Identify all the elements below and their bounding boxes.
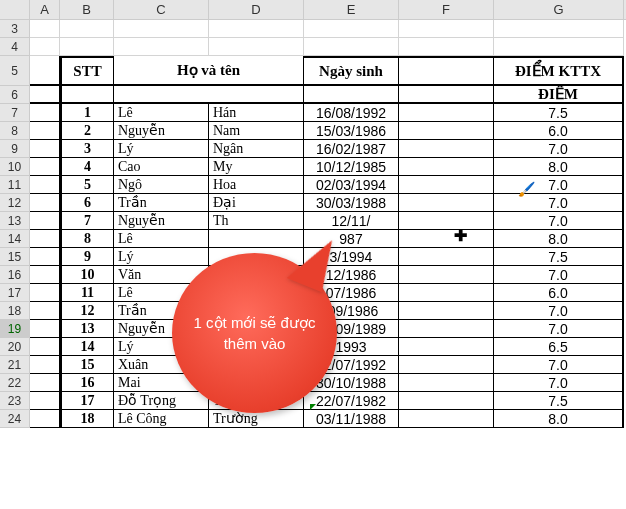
- cell-lastname[interactable]: Lê: [114, 104, 209, 122]
- col-header-A[interactable]: A: [30, 0, 60, 19]
- cell-firstname[interactable]: My: [209, 158, 304, 176]
- cell-score[interactable]: 7.0: [494, 374, 624, 392]
- header-blank[interactable]: [399, 56, 494, 86]
- cell-stt[interactable]: 17: [60, 392, 114, 410]
- cell[interactable]: [30, 338, 60, 356]
- cell[interactable]: [114, 38, 209, 56]
- cell-score[interactable]: 6.5: [494, 338, 624, 356]
- cell-stt[interactable]: 9: [60, 248, 114, 266]
- cell-stt[interactable]: 7: [60, 212, 114, 230]
- cell-blank[interactable]: [399, 194, 494, 212]
- cell[interactable]: [30, 158, 60, 176]
- cell[interactable]: [30, 410, 60, 428]
- cell-blank[interactable]: [399, 248, 494, 266]
- row-header-18[interactable]: 18: [0, 302, 30, 320]
- cell-firstname[interactable]: Nam: [209, 122, 304, 140]
- cell-score[interactable]: 7.0: [494, 176, 624, 194]
- cell[interactable]: [304, 20, 399, 38]
- cell[interactable]: [30, 194, 60, 212]
- cell-dob[interactable]: 16/02/1987: [304, 140, 399, 158]
- cell[interactable]: [60, 38, 114, 56]
- cell-blank[interactable]: [399, 374, 494, 392]
- cell[interactable]: [30, 122, 60, 140]
- col-header-C[interactable]: C: [114, 0, 209, 19]
- cell-dob[interactable]: 15/03/1986: [304, 122, 399, 140]
- col-header-B[interactable]: B: [60, 0, 114, 19]
- cell[interactable]: [60, 20, 114, 38]
- row-header-17[interactable]: 17: [0, 284, 30, 302]
- cell-stt[interactable]: 12: [60, 302, 114, 320]
- row-header-6[interactable]: 6: [0, 86, 30, 104]
- cell-blank[interactable]: [399, 212, 494, 230]
- cell[interactable]: [30, 392, 60, 410]
- cell[interactable]: [30, 356, 60, 374]
- cell[interactable]: [30, 38, 60, 56]
- cell-stt[interactable]: 8: [60, 230, 114, 248]
- cell-stt[interactable]: 6: [60, 194, 114, 212]
- cell[interactable]: [304, 38, 399, 56]
- cell[interactable]: [30, 284, 60, 302]
- row-header-11[interactable]: 11: [0, 176, 30, 194]
- row-header-9[interactable]: 9: [0, 140, 30, 158]
- cell[interactable]: [399, 86, 494, 104]
- cell[interactable]: [30, 230, 60, 248]
- cell[interactable]: [30, 374, 60, 392]
- cell-score[interactable]: 7.5: [494, 392, 624, 410]
- cell-score[interactable]: 7.0: [494, 140, 624, 158]
- cell-lastname[interactable]: Cao: [114, 158, 209, 176]
- cell-score[interactable]: 8.0: [494, 230, 624, 248]
- row-header-7[interactable]: 7: [0, 104, 30, 122]
- cell[interactable]: [30, 212, 60, 230]
- cell-dob[interactable]: 12/11/: [304, 212, 399, 230]
- cell-lastname[interactable]: Nguyễn: [114, 122, 209, 140]
- cell[interactable]: [114, 86, 304, 104]
- cell-stt[interactable]: 5: [60, 176, 114, 194]
- cell-firstname[interactable]: Hán: [209, 104, 304, 122]
- header-stt[interactable]: STT: [60, 56, 114, 86]
- cell-dob[interactable]: 02/03/1994: [304, 176, 399, 194]
- cell-lastname[interactable]: Ngô: [114, 176, 209, 194]
- row-header-20[interactable]: 20: [0, 338, 30, 356]
- cell-blank[interactable]: [399, 122, 494, 140]
- row-header-12[interactable]: 12: [0, 194, 30, 212]
- row-header-3[interactable]: 3: [0, 20, 30, 38]
- cell-score[interactable]: 7.0: [494, 302, 624, 320]
- cell[interactable]: [30, 86, 60, 104]
- cell-dob[interactable]: 30/03/1988: [304, 194, 399, 212]
- cell-stt[interactable]: 2: [60, 122, 114, 140]
- cell-blank[interactable]: [399, 320, 494, 338]
- cell-score[interactable]: 7.0: [494, 320, 624, 338]
- row-header-10[interactable]: 10: [0, 158, 30, 176]
- cell-score[interactable]: 7.0: [494, 266, 624, 284]
- header-name[interactable]: Họ và tên: [114, 56, 304, 86]
- cell-stt[interactable]: 13: [60, 320, 114, 338]
- header-dob[interactable]: Ngày sinh: [304, 56, 399, 86]
- cell-score[interactable]: 7.5: [494, 248, 624, 266]
- row-header-5[interactable]: 5: [0, 56, 30, 86]
- cell-blank[interactable]: [399, 284, 494, 302]
- row-header-23[interactable]: 23: [0, 392, 30, 410]
- row-header-19[interactable]: 19: [0, 320, 30, 338]
- header-kttx[interactable]: ĐIỂM KTTX: [494, 56, 624, 86]
- row-header-15[interactable]: 15: [0, 248, 30, 266]
- row-header-22[interactable]: 22: [0, 374, 30, 392]
- cell[interactable]: [30, 176, 60, 194]
- cell-blank[interactable]: [399, 410, 494, 428]
- cell-blank[interactable]: [399, 356, 494, 374]
- cell-firstname[interactable]: [209, 230, 304, 248]
- cell[interactable]: [30, 20, 60, 38]
- col-header-D[interactable]: D: [209, 0, 304, 19]
- cell-firstname[interactable]: Th: [209, 212, 304, 230]
- cell-firstname[interactable]: Ngân: [209, 140, 304, 158]
- col-header-G[interactable]: G: [494, 0, 624, 19]
- cell-stt[interactable]: 15: [60, 356, 114, 374]
- cell-blank[interactable]: [399, 302, 494, 320]
- cell[interactable]: [30, 266, 60, 284]
- cell-stt[interactable]: 10: [60, 266, 114, 284]
- cell-firstname[interactable]: Hoa: [209, 176, 304, 194]
- row-header-14[interactable]: 14: [0, 230, 30, 248]
- cell[interactable]: [30, 320, 60, 338]
- row-header-4[interactable]: 4: [0, 38, 30, 56]
- cell[interactable]: [30, 248, 60, 266]
- header-score[interactable]: ĐIỂM: [494, 86, 624, 104]
